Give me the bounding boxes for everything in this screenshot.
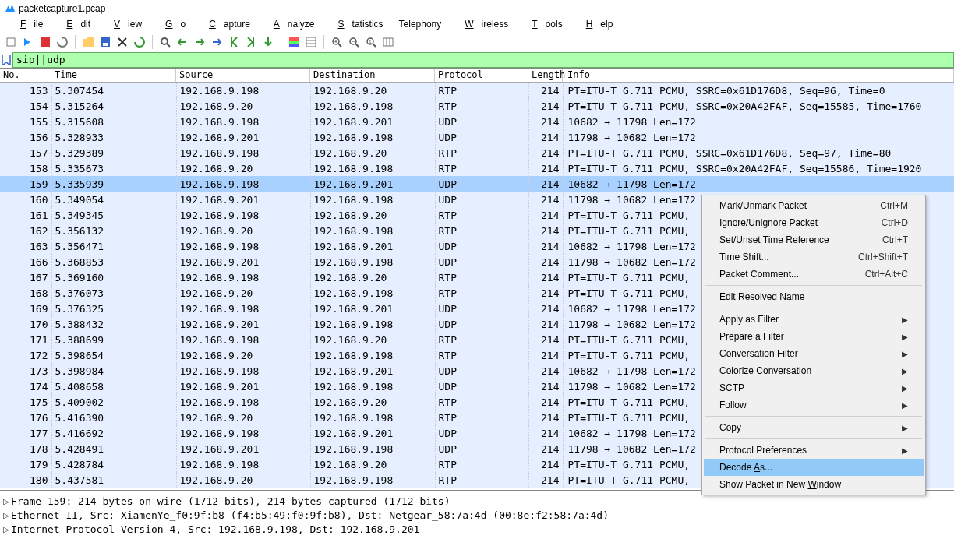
- column-header-destination[interactable]: Destination: [310, 69, 435, 82]
- menu-go[interactable]: Go: [150, 17, 193, 33]
- close-file-icon[interactable]: [115, 34, 130, 50]
- menu-analyze[interactable]: Analyze: [258, 17, 323, 33]
- cell-dst: 192.168.9.20: [310, 207, 435, 223]
- column-headers[interactable]: No. Time Source Destination Protocol Len…: [0, 69, 954, 83]
- menu-tools[interactable]: Tools: [516, 17, 570, 33]
- menu-telephony[interactable]: Telephony: [391, 17, 450, 33]
- ctx-prepare-a-filter[interactable]: Prepare a Filter▶: [704, 328, 924, 345]
- menu-capture[interactable]: Capture: [193, 17, 258, 33]
- ctx-sctp[interactable]: SCTP▶: [704, 379, 924, 396]
- packet-details[interactable]: ▷ Frame 159: 214 bytes on wire (1712 bit…: [0, 490, 954, 539]
- zoom-out-icon[interactable]: [346, 34, 362, 50]
- menu-view[interactable]: View: [98, 17, 150, 33]
- restart-capture-icon[interactable]: [55, 34, 70, 50]
- zoom-in-icon[interactable]: [329, 34, 344, 50]
- detail-line[interactable]: ▷ Ethernet II, Src: XiamenYe_f0:9f:b8 (f…: [3, 508, 951, 522]
- cell-time: 5.335673: [51, 160, 176, 176]
- menu-edit[interactable]: Edit: [51, 17, 98, 33]
- reload-icon[interactable]: [132, 34, 147, 50]
- ctx-follow[interactable]: Follow▶: [704, 396, 924, 414]
- open-file-icon[interactable]: [80, 34, 96, 50]
- ctx-apply-as-filter[interactable]: Apply as Filter▶: [704, 311, 924, 328]
- menu-statistics[interactable]: Statistics: [323, 17, 391, 33]
- go-to-icon[interactable]: [209, 34, 224, 50]
- save-file-icon[interactable]: [97, 34, 113, 50]
- auto-scroll-icon[interactable]: [260, 34, 276, 50]
- cell-dst: 192.168.9.201: [310, 363, 435, 379]
- menu-label: SCTP: [719, 382, 744, 393]
- packet-row[interactable]: 1575.329389192.168.9.198192.168.9.20RTP2…: [0, 145, 954, 160]
- cell-src: 192.168.9.201: [176, 192, 310, 207]
- go-forward-icon[interactable]: [192, 34, 207, 50]
- cell-no: 178: [0, 441, 51, 456]
- column-header-time[interactable]: Time: [51, 69, 176, 82]
- zoom-reset-icon[interactable]: 1: [363, 34, 379, 50]
- menu-wireless[interactable]: Wireless: [449, 17, 516, 33]
- detail-line[interactable]: ▷ Frame 159: 214 bytes on wire (1712 bit…: [3, 494, 951, 508]
- menu-file[interactable]: File: [5, 17, 51, 33]
- toolbar-btn[interactable]: [3, 34, 19, 50]
- ctx-set-unset-time-reference[interactable]: Set/Unset Time ReferenceCtrl+T: [704, 231, 924, 248]
- cell-no: 156: [0, 129, 51, 145]
- go-back-icon[interactable]: [175, 34, 190, 50]
- packet-row[interactable]: 1565.328933192.168.9.201192.168.9.198UDP…: [0, 129, 954, 145]
- ctx-conversation-filter[interactable]: Conversation Filter▶: [704, 345, 924, 362]
- display-filter-bar[interactable]: [0, 51, 954, 69]
- ctx-ignore-unignore-packet[interactable]: Ignore/Unignore PacketCtrl+D: [704, 214, 924, 231]
- column-header-info[interactable]: Info: [563, 69, 954, 82]
- cell-prot: RTP: [435, 160, 528, 176]
- ctx-decode-as-[interactable]: Decode As...: [704, 459, 924, 476]
- cell-src: 192.168.9.201: [176, 441, 310, 456]
- ctx-packet-comment-[interactable]: Packet Comment...Ctrl+Alt+C: [704, 266, 924, 283]
- packet-row[interactable]: 1535.307454192.168.9.198192.168.9.20RTP2…: [0, 83, 954, 98]
- context-menu[interactable]: Mark/Unmark PacketCtrl+MIgnore/Unignore …: [701, 195, 926, 495]
- ctx-show-packet-in-new-window[interactable]: Show Packet in New Window: [704, 476, 924, 493]
- column-header-length[interactable]: Length: [528, 69, 563, 82]
- cell-info: 10682 → 11798 Len=172: [563, 176, 954, 192]
- column-header-protocol[interactable]: Protocol: [435, 69, 528, 82]
- packet-row[interactable]: 1585.335673192.168.9.20192.168.9.198RTP2…: [0, 160, 954, 176]
- cell-len: 214: [528, 332, 563, 347]
- ctx-mark-unmark-packet[interactable]: Mark/Unmark PacketCtrl+M: [704, 197, 924, 214]
- svg-line-15: [338, 44, 341, 47]
- stop-capture-icon[interactable]: [37, 34, 53, 50]
- expand-icon[interactable]: ▷: [3, 523, 11, 535]
- find-icon[interactable]: [157, 34, 173, 50]
- colorize-icon[interactable]: [286, 34, 302, 50]
- cell-dst: 192.168.9.201: [310, 176, 435, 192]
- cell-no: 168: [0, 285, 51, 301]
- cell-len: 214: [528, 192, 563, 207]
- cell-src: 192.168.9.198: [176, 176, 310, 192]
- go-first-icon[interactable]: [226, 34, 242, 50]
- resize-columns-icon[interactable]: [380, 34, 396, 50]
- ctx-copy[interactable]: Copy▶: [704, 419, 924, 436]
- go-last-icon[interactable]: [243, 34, 259, 50]
- cell-len: 214: [528, 285, 563, 301]
- filter-bookmark-icon[interactable]: [0, 53, 12, 67]
- ctx-edit-resolved-name[interactable]: Edit Resolved Name: [704, 288, 924, 305]
- packet-row[interactable]: 1555.315608192.168.9.198192.168.9.201UDP…: [0, 114, 954, 129]
- column-header-source[interactable]: Source: [176, 69, 310, 82]
- toolbar-btn[interactable]: [303, 34, 319, 50]
- cell-no: 174: [0, 379, 51, 394]
- expand-icon[interactable]: ▷: [3, 509, 11, 521]
- ctx-time-shift-[interactable]: Time Shift...Ctrl+Shift+T: [704, 248, 924, 266]
- ctx-protocol-preferences[interactable]: Protocol Preferences▶: [704, 442, 924, 459]
- main-toolbar[interactable]: 1: [0, 33, 954, 51]
- menu-label: Packet Comment...: [719, 269, 799, 280]
- packet-row[interactable]: 1595.335939192.168.9.198192.168.9.201UDP…: [0, 176, 954, 192]
- expand-icon[interactable]: ▷: [3, 495, 11, 507]
- cell-no: 175: [0, 394, 51, 410]
- cell-prot: RTP: [435, 472, 528, 488]
- cell-time: 5.416692: [51, 425, 176, 441]
- detail-line[interactable]: ▷ Internet Protocol Version 4, Src: 192.…: [3, 522, 951, 536]
- start-capture-icon[interactable]: [20, 34, 36, 50]
- display-filter-input[interactable]: [12, 52, 954, 68]
- menu-help[interactable]: Help: [571, 17, 621, 33]
- cell-src: 192.168.9.198: [176, 394, 310, 410]
- ctx-colorize-conversation[interactable]: Colorize Conversation▶: [704, 362, 924, 379]
- cell-no: 171: [0, 332, 51, 347]
- packet-row[interactable]: 1545.315264192.168.9.20192.168.9.198RTP2…: [0, 98, 954, 114]
- column-header-no[interactable]: No.: [0, 69, 51, 82]
- menu-bar[interactable]: FileEditViewGoCaptureAnalyzeStatisticsTe…: [0, 17, 954, 33]
